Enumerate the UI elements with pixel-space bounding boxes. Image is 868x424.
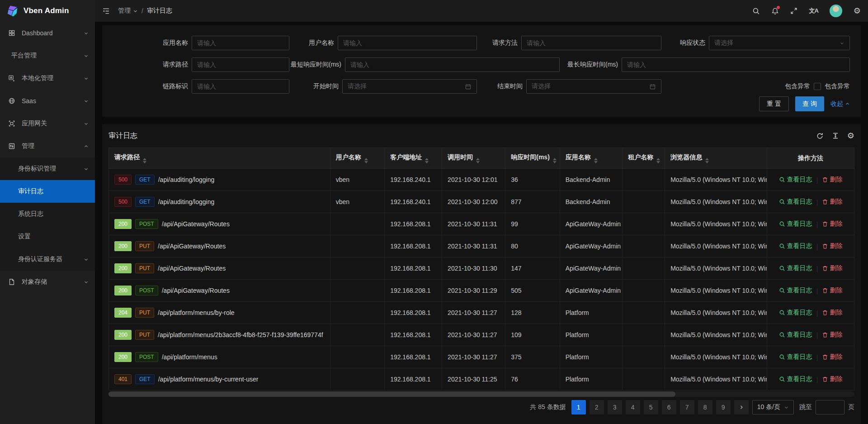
column-header[interactable]: 调用时间 <box>442 148 505 169</box>
column-header[interactable]: 应用名称 <box>560 148 623 169</box>
app-name-input[interactable] <box>192 36 289 50</box>
sidebar-item-审计日志[interactable]: 审计日志 <box>0 180 95 203</box>
sidebar-item-平台管理[interactable]: 平台管理 <box>0 44 95 67</box>
page-button-9[interactable]: 9 <box>716 400 731 414</box>
sidebar-item-本地化管理[interactable]: 本地化管理 <box>0 67 95 90</box>
page-size-select[interactable]: 10 条/页 <box>752 400 794 414</box>
app-name-cell: ApiGateWay-Admin <box>560 235 623 257</box>
page-button-3[interactable]: 3 <box>608 400 622 414</box>
notifications-bell-icon[interactable] <box>771 7 779 15</box>
column-header[interactable]: 客户端地址 <box>385 148 442 169</box>
user-name-cell <box>330 235 384 257</box>
sidebar-item-管理[interactable]: 管理 <box>0 135 95 157</box>
view-log-button[interactable]: 查看日志 <box>779 331 812 339</box>
avatar[interactable] <box>830 5 842 17</box>
column-header[interactable]: 用户名称 <box>330 148 384 169</box>
sort-icon[interactable] <box>425 158 429 163</box>
delete-button[interactable]: 删除 <box>822 286 843 295</box>
tenant-name-cell <box>623 169 665 191</box>
end-time-picker[interactable]: 请选择 <box>526 79 661 94</box>
start-time-picker[interactable]: 请选择 <box>342 79 477 94</box>
delete-button[interactable]: 删除 <box>822 198 843 206</box>
sidebar-menu: Dashboard平台管理本地化管理Saas应用网关管理身份标识管理审计日志系统… <box>0 22 95 424</box>
field-max-response-time: 最长响应时间(ms) <box>560 57 850 72</box>
delete-button[interactable]: 删除 <box>822 176 843 184</box>
sort-icon[interactable] <box>476 158 480 163</box>
sort-icon[interactable] <box>594 158 598 163</box>
reset-button[interactable]: 重 置 <box>759 96 789 111</box>
sort-icon[interactable] <box>705 158 709 163</box>
column-header[interactable]: 浏览器信息 <box>665 148 767 169</box>
delete-button[interactable]: 删除 <box>822 375 843 383</box>
sort-icon[interactable] <box>656 158 660 163</box>
page-button-4[interactable]: 4 <box>626 400 640 414</box>
collapse-link[interactable]: 收起 <box>830 100 850 108</box>
breadcrumb-current: 审计日志 <box>147 7 172 15</box>
vben-logo-icon <box>6 4 20 18</box>
sort-icon[interactable] <box>364 158 368 163</box>
delete-button[interactable]: 删除 <box>822 242 843 250</box>
min-response-time-input[interactable] <box>345 57 560 72</box>
column-header[interactable]: 租户名称 <box>623 148 665 169</box>
next-page-button[interactable] <box>734 400 749 414</box>
search-button[interactable]: 查 询 <box>795 96 824 111</box>
request-method-input[interactable] <box>521 36 661 50</box>
response-status-select[interactable]: 请选择 <box>709 36 850 50</box>
delete-button[interactable]: 删除 <box>822 220 843 228</box>
logo[interactable]: Vben Admin <box>0 0 95 22</box>
sidebar-item-Saas[interactable]: Saas <box>0 90 95 112</box>
view-log-button[interactable]: 查看日志 <box>779 264 812 272</box>
page-button-2[interactable]: 2 <box>590 400 604 414</box>
sidebar-item-Dashboard[interactable]: Dashboard <box>0 22 95 44</box>
sidebar-item-应用网关[interactable]: 应用网关 <box>0 112 95 135</box>
sort-icon[interactable] <box>553 158 557 163</box>
column-header[interactable]: 响应时间(ms) <box>505 148 560 169</box>
response-time-cell: 80 <box>505 235 560 257</box>
view-log-button[interactable]: 查看日志 <box>779 353 812 361</box>
page-button-1[interactable]: 1 <box>571 400 586 414</box>
page-button-5[interactable]: 5 <box>644 400 658 414</box>
view-log-button[interactable]: 查看日志 <box>779 242 812 250</box>
search-icon <box>779 332 785 338</box>
search-icon[interactable] <box>752 7 760 15</box>
method-badge: PUT <box>135 263 154 273</box>
page-button-7[interactable]: 7 <box>680 400 694 414</box>
jump-page-input[interactable] <box>816 400 844 414</box>
sidebar-item-系统日志[interactable]: 系统日志 <box>0 203 95 225</box>
page-button-8[interactable]: 8 <box>698 400 712 414</box>
sidebar-item-对象存储[interactable]: 对象存储 <box>0 271 95 293</box>
sidebar-item-设置[interactable]: 设置 <box>0 225 95 248</box>
column-header[interactable]: 请求路径 <box>109 148 330 169</box>
view-log-button[interactable]: 查看日志 <box>779 198 812 206</box>
column-settings-icon[interactable]: ⚙ <box>847 132 854 140</box>
view-log-button[interactable]: 查看日志 <box>779 220 812 228</box>
gear-icon[interactable]: ⚙ <box>854 7 861 15</box>
menu-fold-icon[interactable] <box>102 7 110 15</box>
delete-button[interactable]: 删除 <box>822 353 843 361</box>
refresh-icon[interactable] <box>816 132 824 140</box>
row-height-icon[interactable] <box>832 132 839 139</box>
sidebar-item-身份认证服务器[interactable]: 身份认证服务器 <box>0 248 95 271</box>
column-label: 调用时间 <box>448 153 473 161</box>
sidebar-item-身份标识管理[interactable]: 身份标识管理 <box>0 157 95 180</box>
translate-icon[interactable]: 文A <box>809 7 818 15</box>
delete-button[interactable]: 删除 <box>822 331 843 339</box>
view-log-button[interactable]: 查看日志 <box>779 286 812 295</box>
fullscreen-icon[interactable] <box>790 7 797 14</box>
delete-button[interactable]: 删除 <box>822 264 843 272</box>
app-name-cell: Platform <box>560 302 623 324</box>
user-name-input[interactable] <box>338 36 477 50</box>
scrollbar-thumb[interactable] <box>108 391 675 397</box>
max-response-time-input[interactable] <box>622 57 850 72</box>
request-path-input[interactable] <box>192 57 289 72</box>
page-button-6[interactable]: 6 <box>662 400 676 414</box>
view-log-button[interactable]: 查看日志 <box>779 375 812 383</box>
include-exception-checkbox[interactable] <box>814 83 821 90</box>
page-buttons: 123456789 <box>571 400 731 414</box>
sort-icon[interactable] <box>143 158 146 163</box>
view-log-button[interactable]: 查看日志 <box>779 309 812 317</box>
view-log-button[interactable]: 查看日志 <box>779 176 812 184</box>
trace-id-input[interactable] <box>192 79 289 94</box>
delete-button[interactable]: 删除 <box>822 309 843 317</box>
breadcrumb-parent[interactable]: 管理 <box>118 7 138 15</box>
